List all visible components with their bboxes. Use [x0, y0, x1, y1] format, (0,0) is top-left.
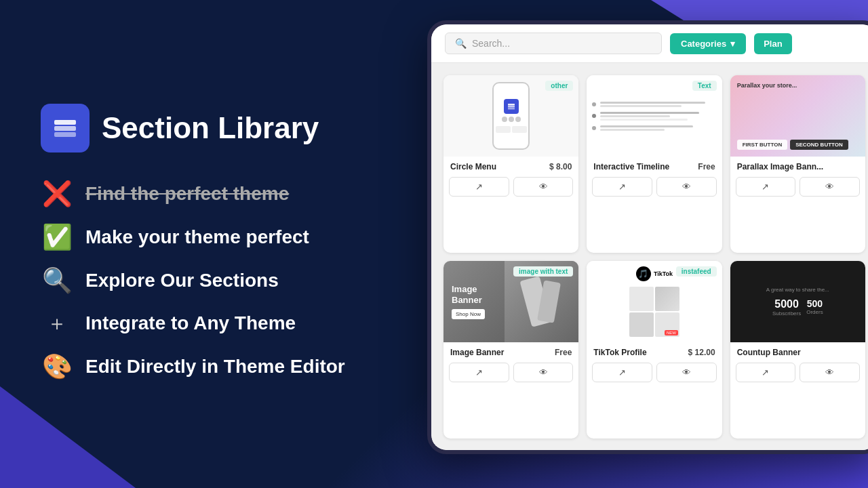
card-actions-tiktok: ↗ 👁 — [587, 363, 722, 388]
svg-rect-1 — [54, 126, 76, 131]
card-image-image-banner: image with text ImageBanner Shop Now — [443, 261, 578, 342]
svg-rect-4 — [508, 106, 515, 108]
card-image-tiktok: instafeed 🎵 TikTok — [587, 261, 722, 342]
card-footer-timeline: Interactive Timeline Free — [587, 157, 722, 177]
card-actions-circle-menu: ↗ 👁 — [443, 177, 578, 202]
card-name-image-banner: Image Banner — [450, 348, 504, 357]
card-price-timeline: Free — [698, 162, 715, 171]
card-tiktok: instafeed 🎵 TikTok — [587, 261, 722, 439]
card-image-banner: image with text ImageBanner Shop Now — [443, 261, 578, 439]
palette-icon: 🎨 — [41, 352, 73, 381]
card-footer-parallax: Parallax Image Bann... — [730, 157, 865, 177]
badge-image-banner: image with text — [513, 266, 573, 277]
card-image-timeline: Text — [587, 75, 722, 157]
svg-rect-5 — [508, 108, 515, 110]
svg-rect-3 — [508, 104, 515, 106]
svg-rect-0 — [54, 120, 76, 125]
preview-button-timeline[interactable]: 👁 — [656, 177, 717, 197]
feature-make-perfect: ✅ Make your theme perfect — [41, 223, 407, 251]
plan-button[interactable]: Plan — [754, 33, 791, 54]
plus-icon: ＋ — [41, 310, 73, 338]
card-price-image-banner: Free — [555, 348, 572, 357]
card-footer-circle-menu: Circle Menu $ 8.00 — [443, 157, 578, 177]
feature-integrate: ＋ Integrate to Any Theme — [41, 310, 407, 338]
card-name-countup: Countup Banner — [737, 348, 801, 357]
card-parallax: FIRST BUTTON SECOND BUTTON Parallax your… — [730, 75, 865, 253]
card-price-tiktok: $ 12.00 — [688, 348, 715, 357]
external-link-button-tiktok[interactable]: ↗ — [592, 363, 652, 382]
search-icon: 🔍 — [455, 38, 467, 49]
card-interactive-timeline: Text — [587, 75, 722, 253]
preview-button-countup[interactable]: 👁 — [800, 363, 860, 382]
badge-circle-menu: other — [545, 81, 573, 91]
app-header: 🔍 Search... Categories ▾ Plan — [431, 24, 868, 63]
feature-explore: 🔍 Explore Our Sections — [41, 266, 407, 295]
external-link-button-image-banner[interactable]: ↗ — [449, 363, 509, 382]
preview-button-circle-menu[interactable]: 👁 — [513, 177, 574, 197]
categories-label: Categories — [681, 39, 726, 49]
tablet-screen: 🔍 Search... Categories ▾ Plan other — [431, 24, 868, 450]
card-image-circle-menu: other — [443, 75, 578, 157]
tablet-mockup: 🔍 Search... Categories ▾ Plan other — [427, 20, 868, 454]
card-actions-image-banner: ↗ 👁 — [443, 363, 578, 388]
magnify-icon: 🔍 — [41, 266, 73, 295]
chevron-down-icon: ▾ — [730, 39, 735, 49]
external-link-button-circle-menu[interactable]: ↗ — [449, 177, 509, 197]
external-link-button-timeline[interactable]: ↗ — [592, 177, 652, 197]
feature-integrate-text: Integrate to Any Theme — [85, 312, 296, 334]
card-countup: A great way to share the... 5000 Subscri… — [730, 261, 865, 439]
sections-grid: other — [431, 63, 868, 450]
card-circle-menu: other — [443, 75, 578, 253]
search-placeholder: Search... — [472, 38, 510, 49]
left-panel: Section Library ❌ Find the perfect theme… — [0, 0, 448, 488]
card-actions-timeline: ↗ 👁 — [587, 177, 722, 202]
preview-button-image-banner[interactable]: 👁 — [513, 363, 574, 382]
card-footer-image-banner: Image Banner Free — [443, 342, 578, 363]
phone-logo-icon — [504, 99, 519, 114]
card-actions-parallax: ↗ 👁 — [730, 177, 865, 202]
feature-make-text: Make your theme perfect — [85, 226, 309, 248]
search-box[interactable]: 🔍 Search... — [445, 33, 662, 54]
card-name-tiktok: TikTok Profile — [593, 348, 646, 357]
card-name-circle-menu: Circle Menu — [450, 162, 496, 171]
card-name-timeline: Interactive Timeline — [593, 162, 669, 171]
svg-rect-2 — [54, 132, 76, 137]
badge-timeline: Text — [692, 81, 717, 91]
feature-edit-text: Edit Directly in Theme Editor — [85, 356, 345, 378]
external-link-button-countup[interactable]: ↗ — [736, 363, 796, 382]
preview-button-parallax[interactable]: 👁 — [800, 177, 860, 197]
card-footer-countup: Countup Banner — [730, 342, 865, 363]
app-title: Section Library — [102, 111, 319, 145]
preview-button-tiktok[interactable]: 👁 — [656, 363, 717, 382]
logo-row: Section Library — [41, 104, 407, 152]
cross-icon: ❌ — [41, 180, 73, 208]
feature-find-theme: ❌ Find the perfect theme — [41, 180, 407, 208]
card-name-parallax: Parallax Image Bann... — [737, 162, 823, 171]
plan-label: Plan — [764, 39, 782, 49]
external-link-button-parallax[interactable]: ↗ — [736, 177, 796, 197]
feature-find-text: Find the perfect theme — [85, 183, 289, 205]
card-price-circle-menu: $ 8.00 — [549, 162, 572, 171]
card-actions-countup: ↗ 👁 — [730, 363, 865, 388]
logo-icon — [41, 104, 90, 152]
badge-tiktok: instafeed — [676, 266, 717, 277]
tablet-panel: 🔍 Search... Categories ▾ Plan other — [427, 20, 868, 468]
check-icon: ✅ — [41, 223, 73, 251]
feature-explore-text: Explore Our Sections — [85, 270, 279, 291]
card-image-parallax: FIRST BUTTON SECOND BUTTON Parallax your… — [730, 75, 865, 157]
card-footer-tiktok: TikTok Profile $ 12.00 — [587, 342, 722, 363]
card-image-countup: A great way to share the... 5000 Subscri… — [730, 261, 865, 342]
feature-edit: 🎨 Edit Directly in Theme Editor — [41, 352, 407, 381]
categories-button[interactable]: Categories ▾ — [670, 33, 746, 54]
